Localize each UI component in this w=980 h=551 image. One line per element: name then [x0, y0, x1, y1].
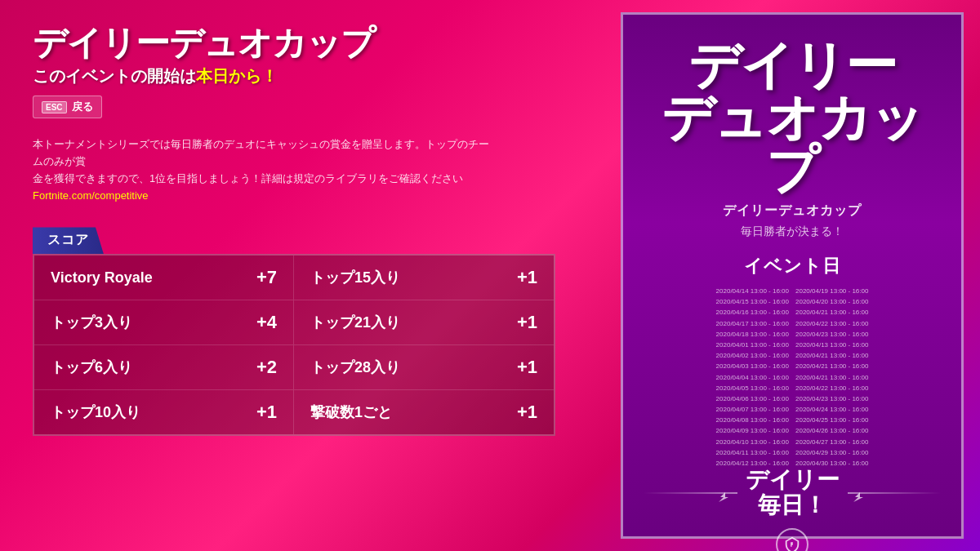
- score-label: トップ15入り: [310, 268, 400, 287]
- date-item: 2020/04/23 13:00 - 16:00: [795, 330, 868, 339]
- score-table: Victory Royale +7 トップ15入り +1 トップ3入り +4 ト…: [33, 254, 555, 436]
- divider-right: [848, 492, 942, 494]
- date-item: 2020/04/13 13:00 - 16:00: [795, 340, 868, 349]
- date-item: 2020/04/24 13:00 - 16:00: [795, 405, 868, 414]
- date-item: 2020/04/05 13:00 - 16:00: [716, 384, 789, 393]
- back-label: 戻る: [72, 100, 93, 114]
- poster-title: デイリー デュオカップ: [644, 39, 941, 196]
- poster-icon: [776, 528, 808, 551]
- poster-event-day-title: イベント日: [644, 254, 941, 278]
- event-title: デイリーデュオカップ: [33, 24, 555, 62]
- desc-line2: 金を獲得できますので、1位を目指しましょう！詳細は規定のライブラリをご確認くださ…: [33, 172, 463, 184]
- score-value: +1: [256, 402, 277, 423]
- score-label: トップ6入り: [51, 358, 132, 377]
- daily-sublabel: 毎日！: [746, 493, 840, 518]
- date-item: 2020/04/18 13:00 - 16:00: [716, 330, 789, 339]
- poster-daily-divider: デイリー 毎日！: [644, 468, 941, 518]
- score-value: +2: [256, 357, 277, 378]
- date-item: 2020/04/02 13:00 - 16:00: [716, 351, 789, 360]
- score-label: トップ21入り: [310, 313, 400, 332]
- date-item: 2020/04/08 13:00 - 16:00: [716, 415, 789, 424]
- score-header: スコア: [33, 227, 104, 254]
- date-item: 2020/04/01 13:00 - 16:00: [716, 340, 789, 349]
- date-item: 2020/04/26 13:00 - 16:00: [795, 426, 868, 435]
- back-button[interactable]: ESC 戻る: [33, 96, 102, 118]
- date-item: 2020/04/19 13:00 - 16:00: [795, 287, 868, 295]
- date-item: 2020/04/16 13:00 - 16:00: [716, 308, 789, 317]
- score-row: トップ6入り +2: [34, 345, 294, 390]
- score-header-text: スコア: [47, 233, 89, 247]
- date-item: 2020/04/04 13:00 - 16:00: [716, 373, 789, 382]
- desc-link: Fortnite.com/competitive: [33, 189, 149, 202]
- score-row: トップ15入り +1: [294, 256, 554, 300]
- score-row: トップ10入り +1: [34, 390, 294, 434]
- date-list: 2020/04/14 13:00 - 16:002020/04/15 13:00…: [644, 287, 941, 468]
- date-item: 2020/04/22 13:00 - 16:00: [795, 319, 868, 328]
- date-item: 2020/04/27 13:00 - 16:00: [795, 438, 868, 447]
- poster-daily-main: デイリー 毎日！: [746, 468, 840, 518]
- divider-left: [644, 492, 737, 494]
- fortnite-icon: [783, 535, 801, 551]
- svg-marker-0: [719, 492, 728, 502]
- date-item: 2020/04/21 13:00 - 16:00: [795, 351, 868, 360]
- score-label: トップ3入り: [51, 313, 132, 332]
- score-section: スコア Victory Royale +7 トップ15入り +1 トップ3入り …: [33, 227, 555, 436]
- poster-subtitle: デイリーデュオカップ: [723, 202, 862, 220]
- poster-tagline: 毎日勝者が決まる！: [741, 224, 844, 239]
- date-column-1: 2020/04/14 13:00 - 16:002020/04/15 13:00…: [716, 287, 789, 468]
- daily-label: デイリー: [746, 468, 840, 493]
- date-column-2: 2020/04/19 13:00 - 16:002020/04/20 13:00…: [795, 287, 868, 468]
- score-label: Victory Royale: [51, 269, 153, 287]
- date-item: 2020/04/21 13:00 - 16:00: [795, 373, 868, 382]
- score-label: トップ28入り: [310, 358, 400, 377]
- score-row: トップ3入り +4: [34, 300, 294, 345]
- score-value: +1: [517, 357, 537, 378]
- right-panel: デイリー デュオカップ デイリーデュオカップ 毎日勝者が決まる！ イベント日 2…: [621, 12, 964, 539]
- poster-title-line2: デュオカップ: [644, 91, 941, 196]
- date-item: 2020/04/06 13:00 - 16:00: [716, 394, 789, 403]
- description: 本トーナメントシリーズでは毎日勝者のデュオにキャッシュの賞金を贈呈します。トップ…: [33, 136, 490, 204]
- score-row: 撃破数1ごと +1: [294, 390, 554, 434]
- event-subtitle: このイベントの開始は本日から！: [33, 65, 555, 87]
- score-row: Victory Royale +7: [34, 256, 294, 300]
- date-item: 2020/04/21 13:00 - 16:00: [795, 362, 868, 371]
- date-item: 2020/04/09 13:00 - 16:00: [716, 426, 789, 435]
- date-item: 2020/04/15 13:00 - 16:00: [716, 297, 789, 306]
- poster-event-day: イベント日 2020/04/14 13:00 - 16:002020/04/15…: [644, 254, 941, 468]
- score-label: 撃破数1ごと: [310, 402, 392, 422]
- score-value: +7: [256, 267, 277, 288]
- date-item: 2020/04/07 13:00 - 16:00: [716, 405, 789, 414]
- poster-title-line1: デイリー: [644, 39, 941, 91]
- date-item: 2020/04/29 13:00 - 16:00: [795, 448, 868, 457]
- score-value: +1: [517, 402, 537, 423]
- date-item: 2020/04/23 13:00 - 16:00: [795, 394, 868, 403]
- date-item: 2020/04/03 13:00 - 16:00: [716, 362, 789, 371]
- left-panel: デイリーデュオカップ このイベントの開始は本日から！ ESC 戻る 本トーナメン…: [0, 0, 588, 551]
- subtitle-highlight: 本日から！: [196, 67, 278, 85]
- date-item: 2020/04/20 13:00 - 16:00: [795, 297, 868, 306]
- score-value: +1: [517, 267, 537, 288]
- esc-badge: ESC: [42, 101, 67, 113]
- date-item: 2020/04/21 13:00 - 16:00: [795, 308, 868, 317]
- date-item: 2020/04/14 13:00 - 16:00: [716, 287, 789, 295]
- poster-daily: デイリー 毎日！: [644, 468, 941, 551]
- desc-line1: 本トーナメントシリーズでは毎日勝者のデュオにキャッシュの賞金を贈呈します。トップ…: [33, 138, 489, 167]
- score-label: トップ10入り: [51, 402, 140, 422]
- score-value: +1: [517, 312, 537, 333]
- score-row: トップ28入り +1: [294, 345, 554, 390]
- date-item: 2020/04/17 13:00 - 16:00: [716, 319, 789, 328]
- score-row: トップ21入り +1: [294, 300, 554, 345]
- svg-marker-1: [853, 492, 863, 502]
- date-item: 2020/04/25 13:00 - 16:00: [795, 415, 868, 424]
- score-value: +4: [256, 312, 277, 333]
- date-item: 2020/04/22 13:00 - 16:00: [795, 384, 868, 393]
- subtitle-text: このイベントの開始は: [33, 67, 196, 85]
- date-item: 2020/04/11 13:00 - 16:00: [716, 448, 789, 457]
- date-item: 2020/04/10 13:00 - 16:00: [716, 438, 789, 447]
